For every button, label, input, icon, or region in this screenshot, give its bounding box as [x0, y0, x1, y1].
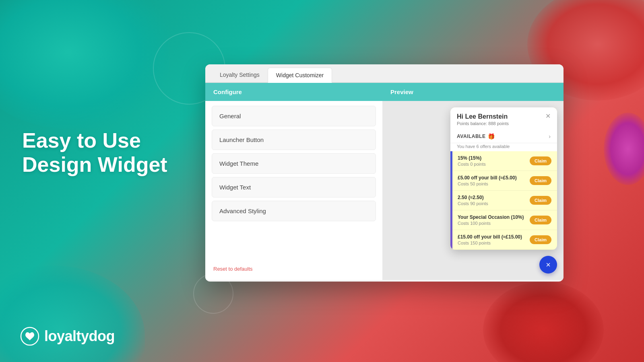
offer-cost-1: Costs 50 points: [458, 181, 530, 186]
offer-row-3: Your Special Occasion (10%) Costs 100 po…: [450, 210, 557, 230]
gift-icon: 🎁: [488, 133, 495, 140]
offer-cost-2: Costs 90 points: [458, 201, 530, 206]
offer-title-0: 15% (15%): [458, 155, 530, 161]
preview-panel: Preview Hi Lee Bernstein Points balance:…: [382, 83, 564, 280]
available-left: AVAILABLE 🎁: [457, 133, 495, 140]
offer-info-2: 2.50 (≈2.50) Costs 90 points: [458, 195, 530, 206]
widget-greeting: Hi Lee Bernstein: [457, 113, 509, 120]
offer-info-4: £15.00 off your bill (≈£15.00) Costs 150…: [458, 234, 530, 245]
offer-info-0: 15% (15%) Costs 0 points: [458, 155, 530, 167]
heading-line2: Design Widget: [22, 153, 167, 176]
preview-content: Hi Lee Bernstein Points balance: 888 poi…: [382, 101, 564, 280]
widget-offers: 15% (15%) Costs 0 points Claim £5.00 off…: [450, 151, 557, 250]
widget-close-button[interactable]: ✕: [545, 113, 551, 119]
available-label: AVAILABLE: [457, 134, 485, 139]
left-content: Easy to Use Design Widget: [22, 129, 167, 177]
available-subtitle: You have 6 offers available: [450, 143, 557, 151]
offer-row-1: £5.00 off your bill (≈£5.00) Costs 50 po…: [450, 171, 557, 191]
widget-available-bar[interactable]: AVAILABLE 🎁 ›: [450, 130, 557, 143]
configure-items: General Launcher Button Widget Theme Wid…: [205, 101, 382, 261]
widget-card: Hi Lee Bernstein Points balance: 888 poi…: [450, 107, 557, 250]
offer-title-4: £15.00 off your bill (≈£15.00): [458, 234, 530, 240]
offer-info-3: Your Special Occasion (10%) Costs 100 po…: [458, 214, 530, 226]
logo: loyaltydog: [20, 327, 115, 346]
widget-points: Points balance: 888 points: [457, 121, 509, 126]
tab-widget-customizer[interactable]: Widget Customizer: [268, 68, 332, 83]
offer-cost-0: Costs 0 points: [458, 162, 530, 167]
offer-cost-4: Costs 150 points: [458, 241, 530, 245]
offer-row-2: 2.50 (≈2.50) Costs 90 points Claim: [450, 191, 557, 210]
widget-greeting-block: Hi Lee Bernstein Points balance: 888 poi…: [457, 113, 509, 126]
claim-btn-4[interactable]: Claim: [530, 235, 551, 244]
claim-btn-1[interactable]: Claim: [530, 176, 551, 185]
tabs-bar: Loyalty Settings Widget Customizer: [205, 64, 564, 83]
modal-body: Configure General Launcher Button Widget…: [205, 83, 564, 280]
configure-header: Configure: [205, 83, 382, 101]
claim-btn-0[interactable]: Claim: [530, 156, 551, 165]
config-item-launcher-button[interactable]: Launcher Button: [212, 130, 376, 150]
config-item-advanced-styling[interactable]: Advanced Styling: [212, 201, 376, 221]
offer-title-2: 2.50 (≈2.50): [458, 195, 530, 200]
claim-btn-2[interactable]: Claim: [530, 196, 551, 205]
bg-blob-tl: [0, 0, 169, 129]
available-chevron: ›: [549, 133, 551, 140]
config-item-widget-theme[interactable]: Widget Theme: [212, 153, 376, 174]
widget-header: Hi Lee Bernstein Points balance: 888 poi…: [450, 107, 557, 130]
config-item-widget-text[interactable]: Widget Text: [212, 177, 376, 197]
heading-line1: Easy to Use: [22, 129, 141, 152]
offer-info-1: £5.00 off your bill (≈£5.00) Costs 50 po…: [458, 175, 530, 186]
modal: Loyalty Settings Widget Customizer Confi…: [205, 64, 564, 282]
offer-row-0: 15% (15%) Costs 0 points Claim: [450, 151, 557, 171]
offer-row-4: £15.00 off your bill (≈£15.00) Costs 150…: [450, 230, 557, 250]
config-item-general[interactable]: General: [212, 106, 376, 126]
logo-icon: [20, 327, 39, 346]
offer-cost-3: Costs 100 points: [458, 221, 530, 226]
offer-title-3: Your Special Occasion (10%): [458, 214, 530, 220]
logo-text: loyaltydog: [44, 328, 115, 345]
reset-to-defaults-link[interactable]: Reset to defaults: [205, 261, 382, 280]
preview-header: Preview: [382, 83, 564, 101]
tab-loyalty-settings[interactable]: Loyalty Settings: [212, 68, 268, 82]
configure-panel: Configure General Launcher Button Widget…: [205, 83, 382, 280]
claim-btn-3[interactable]: Claim: [530, 216, 551, 224]
widget-close-fab[interactable]: ×: [539, 256, 557, 274]
offer-title-1: £5.00 off your bill (≈£5.00): [458, 175, 530, 181]
